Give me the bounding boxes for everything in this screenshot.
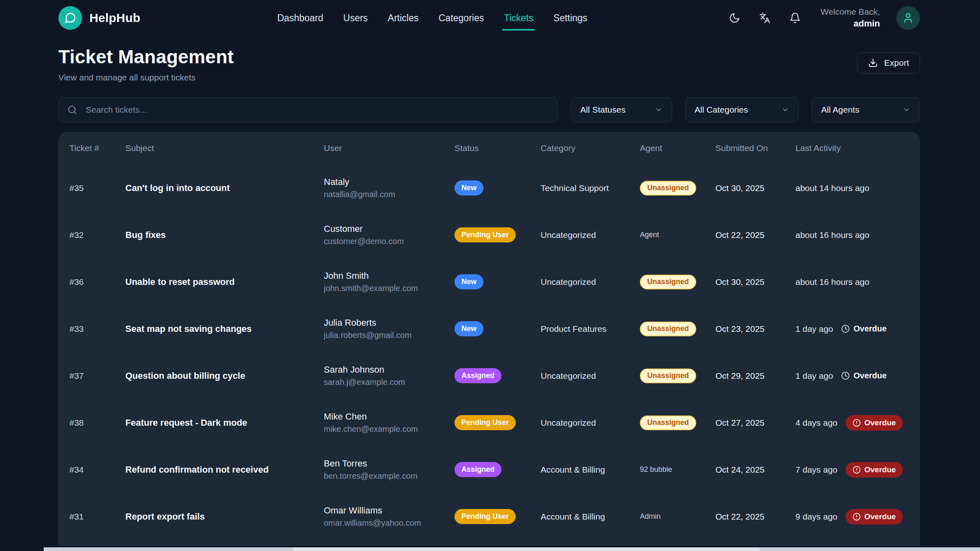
chat-bubble-icon xyxy=(58,6,82,30)
overdue-badge: Overdue xyxy=(846,462,903,478)
overdue-label: Overdue xyxy=(853,324,886,333)
status-badge: New xyxy=(454,321,483,336)
status-badge: Assigned xyxy=(454,462,501,477)
user-email: ben.torres@example.com xyxy=(324,471,454,481)
last-activity-cell: about 16 hours ago xyxy=(795,230,909,240)
page-title: Ticket Management xyxy=(58,46,234,68)
agent-cell: 92 bubble xyxy=(640,465,715,474)
ticket-category: Account & Billing xyxy=(541,512,640,522)
ticket-number: #36 xyxy=(69,277,125,287)
agent-unassigned-badge: Unassigned xyxy=(640,415,696,430)
ticket-number: #37 xyxy=(69,371,125,381)
status-badge: Assigned xyxy=(454,368,501,383)
last-activity-cell: about 16 hours ago xyxy=(795,277,909,287)
page-subtitle: View and manage all support tickets xyxy=(58,73,234,82)
avatar[interactable] xyxy=(896,6,920,30)
scrollbar-thumb[interactable] xyxy=(294,547,760,551)
status-badge: Pending User xyxy=(454,509,516,524)
agent-unassigned-badge: Unassigned xyxy=(640,181,696,196)
status-badge: New xyxy=(454,274,483,289)
agent-cell: Unassigned xyxy=(640,275,715,289)
user-email: john.smith@example.com xyxy=(324,284,454,293)
user-cell: Nataly natallia@gmail.com xyxy=(324,177,454,199)
overdue-indicator: Overdue xyxy=(841,371,886,380)
user-email: mike.chen@example.com xyxy=(324,424,454,434)
table-row[interactable]: #31 Report export fails Omar Williams om… xyxy=(58,493,920,540)
agent-unassigned-badge: Unassigned xyxy=(640,275,696,289)
table-row[interactable]: #35 Can't log in into account Nataly nat… xyxy=(58,164,920,211)
nav-item-settings[interactable]: Settings xyxy=(553,0,587,36)
nav-right-cluster: Welcome Back, admin xyxy=(728,6,920,30)
search-input[interactable] xyxy=(58,97,558,122)
ticket-number: #32 xyxy=(69,230,125,240)
export-button[interactable]: Export xyxy=(857,52,920,73)
agent-cell: Admin xyxy=(640,512,715,521)
horizontal-scrollbar[interactable] xyxy=(44,547,980,551)
last-activity-cell: 9 days ago Overdue xyxy=(795,509,909,524)
overdue-label: Overdue xyxy=(864,512,896,521)
last-activity-cell: 4 days ago Overdue xyxy=(795,415,909,431)
status-cell: Assigned xyxy=(454,368,541,383)
user-email: omar.williams@yahoo.com xyxy=(324,518,454,528)
submitted-date: Oct 29, 2025 xyxy=(715,371,795,381)
overdue-label: Overdue xyxy=(864,418,896,427)
table-row[interactable]: #37 Question about billing cycle Sarah J… xyxy=(58,352,920,399)
user-name: Omar Williams xyxy=(324,505,454,516)
last-activity-text: 1 day ago xyxy=(795,371,833,381)
nav-item-tickets[interactable]: Tickets xyxy=(504,0,533,36)
category-filter-dropdown[interactable]: All Categories xyxy=(685,97,799,122)
search-wrap xyxy=(58,97,558,122)
user-name: Sarah Johnson xyxy=(324,364,454,375)
nav-item-articles[interactable]: Articles xyxy=(388,0,419,36)
ticket-category: Uncategorized xyxy=(541,230,640,240)
welcome-block: Welcome Back, admin xyxy=(821,6,880,30)
table-row[interactable]: #36 Unable to reset password John Smith … xyxy=(58,258,920,305)
table-row[interactable]: #38 Feature request - Dark mode Mike Che… xyxy=(58,399,920,446)
table-row[interactable]: #32 Bug fixes Customer customer@demo.com… xyxy=(58,211,920,258)
app-root: HelpHub Dashboard Users Articles Categor… xyxy=(0,0,980,551)
table-row[interactable]: #34 Refund confirmation not received Ben… xyxy=(58,446,920,493)
user-email: natallia@gmail.com xyxy=(324,190,454,199)
submitted-date: Oct 24, 2025 xyxy=(715,465,795,475)
status-cell: New xyxy=(454,321,541,336)
agent-filter-dropdown[interactable]: All Agents xyxy=(812,97,920,122)
brand-name: HelpHub xyxy=(89,11,140,25)
nav-item-categories[interactable]: Categories xyxy=(439,0,484,36)
ticket-subject: Seat map not saving changes xyxy=(125,324,324,334)
user-cell: Mike Chen mike.chen@example.com xyxy=(324,411,454,434)
ticket-subject: Question about billing cycle xyxy=(125,371,324,381)
last-activity-cell: 1 day ago Overdue xyxy=(795,324,909,334)
bell-icon[interactable] xyxy=(788,11,802,25)
status-cell: Pending User xyxy=(454,415,541,430)
moon-icon[interactable] xyxy=(728,11,742,25)
chevron-down-icon xyxy=(781,106,789,114)
last-activity-text: 1 day ago xyxy=(795,324,833,334)
status-cell: Assigned xyxy=(454,462,541,477)
chevron-down-icon xyxy=(655,106,663,114)
brand[interactable]: HelpHub xyxy=(58,6,140,30)
main-nav: Dashboard Users Articles Categories Tick… xyxy=(277,0,587,36)
ticket-subject: Report export fails xyxy=(125,511,324,522)
overdue-indicator: Overdue xyxy=(841,324,886,333)
nav-item-dashboard[interactable]: Dashboard xyxy=(277,0,323,36)
user-cell: John Smith john.smith@example.com xyxy=(324,271,454,293)
agent-name: Agent xyxy=(640,231,659,239)
user-cell: Ben Torres ben.torres@example.com xyxy=(324,458,454,481)
ticket-number: #34 xyxy=(69,465,125,475)
clock-icon xyxy=(841,371,850,380)
agent-cell: Agent xyxy=(640,231,715,239)
page-content: Ticket Management View and manage all su… xyxy=(0,46,980,546)
user-name: Customer xyxy=(324,224,454,234)
col-subject: Subject xyxy=(125,143,324,153)
last-activity-cell: 1 day ago Overdue xyxy=(795,371,909,381)
ticket-subject: Feature request - Dark mode xyxy=(125,418,324,428)
table-row[interactable]: #33 Seat map not saving changes Julia Ro… xyxy=(58,305,920,352)
status-filter-dropdown[interactable]: All Statuses xyxy=(571,97,672,122)
user-name: Mike Chen xyxy=(324,411,454,422)
alert-circle-icon xyxy=(853,513,861,521)
ticket-category: Uncategorized xyxy=(541,371,640,381)
translate-icon[interactable] xyxy=(758,11,772,25)
col-category: Category xyxy=(541,143,640,153)
nav-item-users[interactable]: Users xyxy=(343,0,368,36)
user-name: John Smith xyxy=(324,271,454,281)
